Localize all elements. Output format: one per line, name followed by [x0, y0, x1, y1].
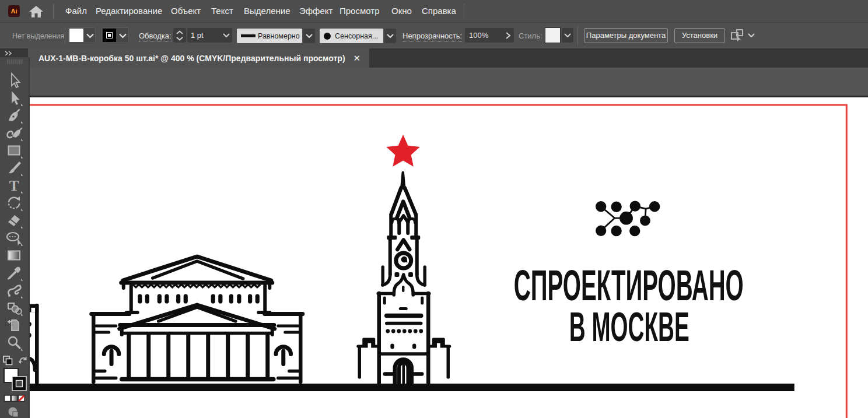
svg-text:СПРОЕКТИРОВАНО: СПРОЕКТИРОВАНО — [514, 261, 744, 310]
svg-text:T: T — [9, 178, 19, 194]
svg-text:В МОСКВЕ: В МОСКВЕ — [569, 304, 690, 350]
